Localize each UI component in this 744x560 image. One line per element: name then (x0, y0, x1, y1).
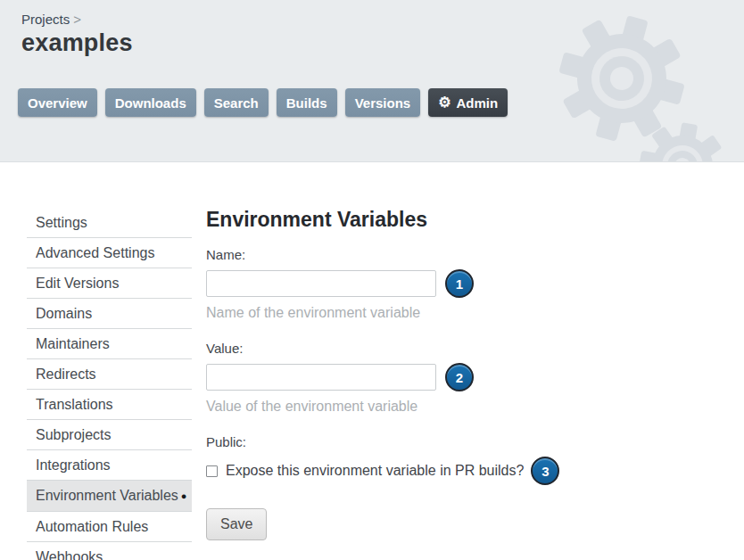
save-button[interactable]: Save (206, 508, 267, 540)
breadcrumb: Projects> (21, 12, 81, 27)
name-help-text: Name of the environment variable (206, 304, 559, 321)
sidebar-item-environment-variables-label: Environment Variables (36, 488, 178, 503)
gears-watermark-icon (512, 0, 744, 162)
callout-badge-3: 3 (531, 457, 559, 485)
tab-search[interactable]: Search (204, 88, 269, 117)
breadcrumb-projects-link[interactable]: Projects (21, 12, 70, 27)
content: Settings Advanced Settings Edit Versions… (0, 162, 744, 560)
sidebar-item-domains[interactable]: Domains (27, 299, 192, 329)
sidebar-item-webhooks[interactable]: Webhooks (27, 542, 192, 560)
tab-builds[interactable]: Builds (277, 88, 337, 117)
sidebar-item-settings[interactable]: Settings (27, 208, 192, 238)
page-title: examples (21, 29, 133, 57)
section-title: Environment Variables (206, 208, 559, 232)
sidebar-item-translations[interactable]: Translations (27, 390, 192, 420)
sidebar-item-edit-versions[interactable]: Edit Versions (27, 268, 192, 299)
public-label: Public: (206, 434, 559, 450)
callout-badge-2: 2 (445, 363, 474, 391)
gear-icon: ⚙ (438, 95, 451, 110)
admin-sidebar-list: Settings Advanced Settings Edit Versions… (27, 208, 192, 560)
value-help-text: Value of the environment variable (206, 398, 559, 415)
public-field-group: Public: Expose this environment variable… (206, 434, 559, 485)
value-input[interactable] (206, 364, 436, 391)
value-label: Value: (206, 341, 559, 357)
value-input-row: 2 (206, 363, 559, 391)
breadcrumb-separator: > (73, 12, 81, 27)
sidebar-item-redirects[interactable]: Redirects (27, 359, 192, 390)
tab-overview[interactable]: Overview (18, 88, 97, 117)
name-label: Name: (206, 247, 559, 263)
sidebar-item-environment-variables[interactable]: Environment Variables● (27, 481, 192, 512)
project-tabs: Overview Downloads Search Builds Version… (18, 88, 508, 117)
tab-versions[interactable]: Versions (345, 88, 421, 117)
active-item-marker: ● (181, 490, 187, 501)
page: Projects> examples Overview Downloads Se… (0, 0, 744, 560)
tab-admin[interactable]: ⚙ Admin (428, 88, 508, 117)
public-checkbox-row: Expose this environment variable in PR b… (206, 457, 559, 485)
callout-badge-1: 1 (445, 269, 474, 298)
project-header: Projects> examples Overview Downloads Se… (0, 0, 744, 162)
public-checkbox[interactable] (206, 465, 218, 477)
sidebar-item-integrations[interactable]: Integrations (27, 450, 192, 481)
sidebar-item-maintainers[interactable]: Maintainers (27, 329, 192, 359)
public-checkbox-label[interactable]: Expose this environment variable in PR b… (226, 463, 524, 479)
tab-admin-label: Admin (457, 95, 499, 111)
sidebar-item-subprojects[interactable]: Subprojects (27, 420, 192, 450)
name-field-group: Name: 1 Name of the environment variable (206, 247, 559, 321)
sidebar-item-automation-rules[interactable]: Automation Rules (27, 512, 192, 542)
environment-variables-panel: Environment Variables Name: 1 Name of th… (206, 208, 559, 540)
environment-variable-form: Name: 1 Name of the environment variable… (206, 247, 559, 540)
sidebar-item-advanced-settings[interactable]: Advanced Settings (27, 238, 192, 268)
value-field-group: Value: 2 Value of the environment variab… (206, 341, 559, 415)
name-input[interactable] (206, 270, 436, 297)
name-input-row: 1 (206, 269, 559, 298)
admin-sidebar: Settings Advanced Settings Edit Versions… (27, 208, 192, 560)
tab-downloads[interactable]: Downloads (105, 88, 196, 117)
